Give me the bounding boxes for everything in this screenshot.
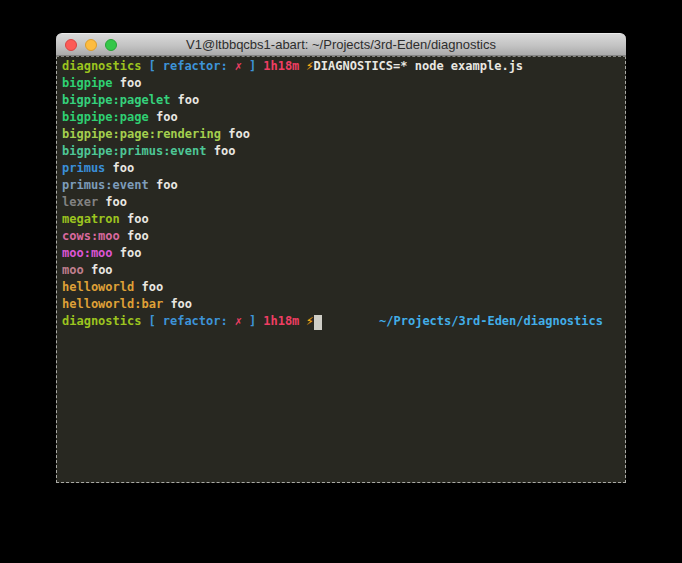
minimize-button[interactable] (85, 39, 97, 51)
log-message: foo (98, 194, 127, 211)
prompt-bracket-close: ] (249, 313, 256, 330)
log-namespace: helloworld:bar (62, 296, 163, 313)
log-namespace: primus:event (62, 177, 149, 194)
prompt-dirty-mark: ✗ (235, 313, 242, 330)
log-line: lexer foo (62, 194, 620, 211)
prompt-bracket-open: [ (148, 313, 155, 330)
log-line: moo:moo foo (62, 245, 620, 262)
log-namespace: bigpipe (62, 75, 113, 92)
prompt-dirty-mark: ✗ (235, 58, 242, 75)
close-button[interactable] (65, 39, 77, 51)
log-namespace: helloworld (62, 279, 134, 296)
prompt-bracket-close: ] (249, 58, 256, 75)
log-message: foo (84, 262, 113, 279)
lightning-bolt-icon: ⚡ (306, 313, 313, 330)
log-line: bigpipe:page:rendering foo (62, 126, 620, 143)
log-line: helloworld foo (62, 279, 620, 296)
prompt-cwd-path: ~/Projects/3rd-Eden/diagnostics (379, 313, 603, 330)
log-message: foo (134, 279, 163, 296)
prompt-branch: refactor: (163, 58, 228, 75)
log-message: foo (221, 126, 250, 143)
terminal-window: V1@ltbbqcbs1-abart: ~/Projects/3rd-Eden/… (56, 33, 626, 483)
log-message: foo (207, 143, 236, 160)
prompt-elapsed: 1h18m (263, 313, 299, 330)
prompt-project: diagnostics (62, 313, 141, 330)
terminal-content[interactable]: diagnostics[refactor:✗]1h18m⚡DIAGNOSTICS… (56, 56, 626, 483)
log-namespace: megatron (62, 211, 120, 228)
window-titlebar[interactable]: V1@ltbbqcbs1-abart: ~/Projects/3rd-Eden/… (56, 33, 626, 56)
log-message: foo (113, 75, 142, 92)
log-line: moo foo (62, 262, 620, 279)
terminal-cursor[interactable] (314, 315, 322, 330)
log-namespace: moo:moo (62, 245, 113, 262)
log-line: bigpipe:pagelet foo (62, 92, 620, 109)
log-line: bigpipe:page foo (62, 109, 620, 126)
log-line: megatron foo (62, 211, 620, 228)
traffic-lights (65, 39, 117, 51)
prompt-elapsed: 1h18m (263, 58, 299, 75)
prompt-command: DIAGNOSTICS=* node example.js (314, 58, 524, 75)
log-message: foo (170, 92, 199, 109)
log-message: foo (113, 245, 142, 262)
prompt-line-last: diagnostics[refactor:✗]1h18m⚡~/Projects/… (62, 313, 620, 330)
window-title: V1@ltbbqcbs1-abart: ~/Projects/3rd-Eden/… (86, 34, 596, 55)
log-message: foo (163, 296, 192, 313)
log-namespace: bigpipe:primus:event (62, 143, 207, 160)
prompt-line-first: diagnostics[refactor:✗]1h18m⚡DIAGNOSTICS… (62, 58, 620, 75)
log-line: bigpipe:primus:event foo (62, 143, 620, 160)
log-line: cows:moo foo (62, 228, 620, 245)
log-line: helloworld:bar foo (62, 296, 620, 313)
log-line: bigpipe foo (62, 75, 620, 92)
log-namespace: bigpipe:page:rendering (62, 126, 221, 143)
log-output: bigpipe foobigpipe:pagelet foobigpipe:pa… (62, 75, 620, 313)
prompt-bracket-open: [ (148, 58, 155, 75)
zoom-button[interactable] (105, 39, 117, 51)
log-message: foo (120, 228, 149, 245)
log-line: primus:event foo (62, 177, 620, 194)
log-message: foo (149, 177, 178, 194)
log-namespace: cows:moo (62, 228, 120, 245)
log-namespace: moo (62, 262, 84, 279)
lightning-bolt-icon: ⚡ (306, 58, 313, 75)
log-message: foo (105, 160, 134, 177)
log-message: foo (149, 109, 178, 126)
prompt-branch: refactor: (163, 313, 228, 330)
prompt-project: diagnostics (62, 58, 141, 75)
log-line: primus foo (62, 160, 620, 177)
log-namespace: lexer (62, 194, 98, 211)
log-namespace: bigpipe:page (62, 109, 149, 126)
log-message: foo (120, 211, 149, 228)
log-namespace: bigpipe:pagelet (62, 92, 170, 109)
log-namespace: primus (62, 160, 105, 177)
